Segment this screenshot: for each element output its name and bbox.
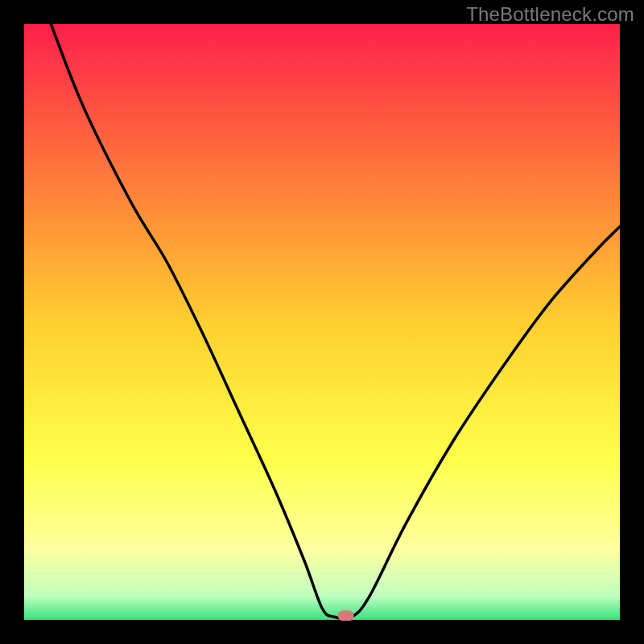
chart-container: TheBottleneck.com xyxy=(0,0,644,644)
svg-rect-1 xyxy=(24,24,620,620)
bottleneck-chart xyxy=(0,0,644,644)
optimal-marker xyxy=(338,610,354,621)
watermark-text: TheBottleneck.com xyxy=(466,3,634,26)
